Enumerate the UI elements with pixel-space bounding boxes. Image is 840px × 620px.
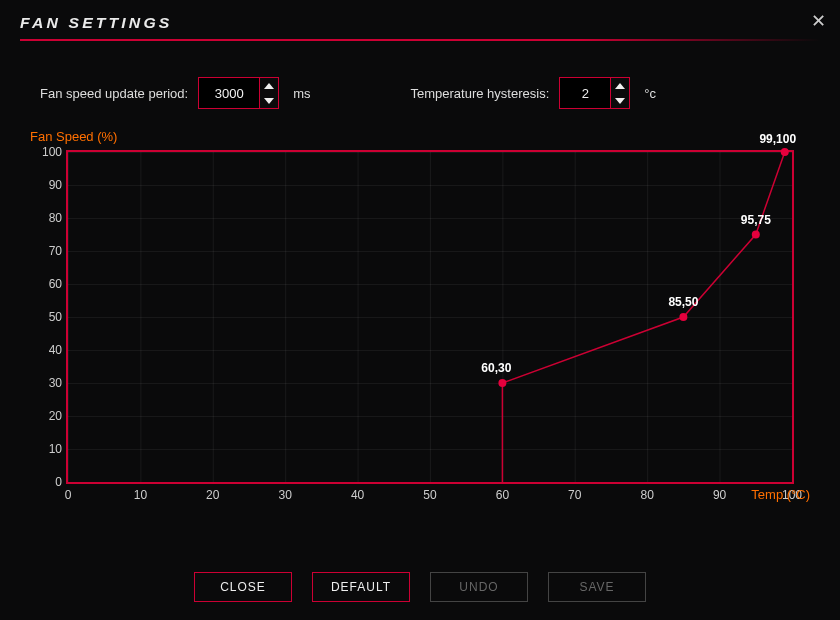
update-period-stepper[interactable] [198, 77, 279, 109]
fan-curve-line[interactable] [68, 152, 792, 482]
chart-x-axis-label: Temp (°C) [751, 487, 810, 502]
chart-x-tick: 50 [415, 488, 445, 502]
hysteresis-unit: °c [644, 86, 656, 101]
fan-curve-point[interactable] [781, 148, 789, 156]
chart-y-tick: 50 [38, 310, 62, 324]
chart-y-tick: 60 [38, 277, 62, 291]
fan-curve-point[interactable] [679, 313, 687, 321]
fan-curve-point[interactable] [752, 231, 760, 239]
hysteresis-stepper[interactable] [559, 77, 630, 109]
chart-y-tick: 20 [38, 409, 62, 423]
fan-curve-point-label: 85,50 [668, 295, 698, 309]
chart-x-tick: 90 [705, 488, 735, 502]
svg-marker-1 [264, 98, 274, 104]
update-period-unit: ms [293, 86, 310, 101]
hysteresis-up-icon[interactable] [611, 78, 629, 93]
hysteresis-down-icon[interactable] [611, 93, 629, 108]
update-period-input[interactable] [199, 78, 259, 108]
save-button: SAVE [548, 572, 646, 602]
undo-button: UNDO [430, 572, 528, 602]
chart-y-tick: 10 [38, 442, 62, 456]
svg-marker-2 [615, 83, 625, 89]
header-divider [20, 39, 820, 41]
chart-x-tick: 60 [487, 488, 517, 502]
svg-marker-3 [615, 98, 625, 104]
hysteresis-label: Temperature hysteresis: [411, 86, 550, 101]
update-period-down-icon[interactable] [260, 93, 278, 108]
chart-x-tick: 70 [560, 488, 590, 502]
svg-marker-0 [264, 83, 274, 89]
fan-curve-chart[interactable]: 0102030405060708090100010203040506070809… [66, 150, 794, 484]
fan-curve-point-label: 99,100 [759, 132, 796, 146]
chart-x-tick: 30 [270, 488, 300, 502]
chart-y-tick: 100 [38, 145, 62, 159]
close-icon[interactable]: ✕ [811, 10, 826, 32]
fan-curve-point[interactable] [498, 379, 506, 387]
default-button[interactable]: DEFAULT [312, 572, 410, 602]
hysteresis-input[interactable] [560, 78, 610, 108]
close-button[interactable]: CLOSE [194, 572, 292, 602]
chart-y-tick: 30 [38, 376, 62, 390]
fan-curve-point-label: 95,75 [741, 213, 771, 227]
update-period-up-icon[interactable] [260, 78, 278, 93]
chart-y-tick: 70 [38, 244, 62, 258]
chart-x-tick: 20 [198, 488, 228, 502]
chart-x-tick: 80 [632, 488, 662, 502]
dialog-title: FAN SETTINGS [20, 14, 840, 31]
chart-y-tick: 0 [38, 475, 62, 489]
chart-x-tick: 0 [53, 488, 83, 502]
chart-y-tick: 80 [38, 211, 62, 225]
fan-curve-point-label: 60,30 [481, 361, 511, 375]
chart-y-tick: 40 [38, 343, 62, 357]
chart-x-tick: 40 [343, 488, 373, 502]
chart-x-tick: 10 [125, 488, 155, 502]
update-period-label: Fan speed update period: [40, 86, 188, 101]
chart-y-axis-label: Fan Speed (%) [30, 129, 810, 144]
chart-y-tick: 90 [38, 178, 62, 192]
